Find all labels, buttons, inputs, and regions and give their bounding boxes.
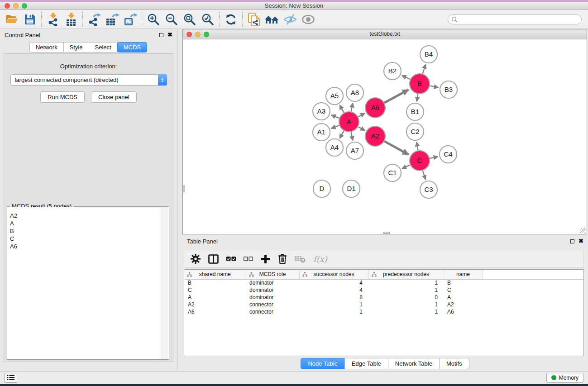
import-network-button[interactable] [44,11,62,28]
open-file-button[interactable] [3,11,21,28]
graph-node-A5[interactable]: A5 [326,87,343,105]
select-all-columns-button[interactable] [226,257,236,261]
zoom-in-button[interactable] [144,11,163,28]
table-cell[interactable]: 1 [368,301,444,308]
table-cell[interactable]: dominator [246,279,299,286]
edge-B-B2[interactable] [402,76,410,80]
table-cell[interactable]: 0 [368,294,444,301]
mcds-result-list[interactable]: A2ABCA6 [8,207,162,359]
table-cell[interactable]: 1 [299,308,368,315]
graph-node-C[interactable]: C [410,151,430,171]
edge-A-A1[interactable] [331,125,339,129]
result-scrollbar[interactable] [162,207,168,359]
edge-C-C1[interactable] [402,165,410,168]
tab-node-table[interactable]: Node Table [301,358,345,369]
float-panel-button[interactable] [159,33,163,37]
close-panel-icon-button[interactable]: ✖ [167,33,172,37]
graph-node-C2[interactable]: C2 [406,123,424,140]
table-cell[interactable]: A [444,294,483,301]
graph-node-A1[interactable]: A1 [313,124,330,141]
zoom-selected-button[interactable] [199,11,217,28]
edge-A-A8[interactable] [351,103,353,112]
task-history-button[interactable] [5,373,17,383]
add-column-button[interactable] [261,254,270,264]
float-table-panel-button[interactable] [570,239,574,243]
edge-A-A3[interactable] [331,115,339,118]
tab-network-table[interactable]: Network Table [388,358,440,369]
table-row[interactable]: Adominator80A [184,294,583,301]
network-document-button[interactable] [245,11,263,28]
graph-node-D1[interactable]: D1 [343,180,360,197]
table-cell[interactable]: B [444,279,483,286]
show-columns-button[interactable] [208,254,219,264]
graph-node-B3[interactable]: B3 [440,81,457,98]
table-cell[interactable]: C [444,286,483,294]
table-cell[interactable]: A [184,294,246,301]
graph-node-C4[interactable]: C4 [440,146,457,163]
close-network-window-button[interactable] [186,32,192,37]
tab-mcds[interactable]: MCDS [117,42,147,52]
zoom-fit-button[interactable] [181,11,199,28]
edge-C-C2[interactable] [417,142,418,151]
run-mcds-button[interactable]: Run MCDS [40,91,85,103]
export-table-button[interactable] [103,11,121,28]
minimize-window-button[interactable] [13,3,19,9]
export-image-button[interactable] [121,11,139,28]
node-table[interactable]: shared nameMCDS rolesuccessor nodesprede… [184,270,583,315]
unselect-all-columns-button[interactable] [244,257,253,261]
graph-node-A[interactable]: A [339,112,359,132]
result-item[interactable]: C [8,235,162,243]
table-cell[interactable]: 1 [368,286,444,294]
table-cell[interactable]: connector [246,301,299,308]
edge-C-C3[interactable] [423,171,425,180]
home-button[interactable] [263,11,281,28]
column-header-shared-name[interactable]: shared name [184,270,246,279]
result-item[interactable]: A [8,219,162,227]
edge-B-B4[interactable] [423,64,425,74]
graph-node-A4[interactable]: A4 [326,139,343,156]
table-cell[interactable]: 1 [368,279,444,286]
delete-columns-button[interactable] [278,253,287,264]
zoom-out-button[interactable] [163,11,181,28]
vertical-scroll-nub[interactable] [183,186,185,192]
edge-A-A4[interactable] [339,131,344,138]
table-cell[interactable]: 4 [299,279,368,286]
close-window-button[interactable] [5,3,10,9]
table-cell[interactable]: B [184,279,246,286]
import-table-button[interactable] [62,11,80,28]
table-row[interactable]: A6connector11A6 [184,308,583,315]
tab-network[interactable]: Network [29,42,64,52]
table-cell[interactable]: A2 [184,301,246,308]
edge-A6-B[interactable] [384,90,408,103]
criterion-select[interactable]: largest connected component (directed) ▲… [10,74,167,86]
graph-node-C1[interactable]: C1 [384,164,401,181]
result-item[interactable]: B [8,227,162,235]
graph-node-A7[interactable]: A7 [346,142,363,159]
table-cell[interactable]: 1 [299,301,368,308]
table-cell[interactable]: 1 [368,308,444,315]
network-graph[interactable]: B4B2BB3A8A5A6A3B1AA1C2A2A4A7C4CC1C3DD1 [183,39,587,234]
graph-node-A2[interactable]: A2 [365,126,385,146]
close-table-panel-button[interactable]: ✖ [578,239,583,243]
result-item[interactable]: A2 [8,212,162,219]
table-row[interactable]: A2connector11A2 [184,301,583,308]
result-item[interactable]: A6 [8,243,162,250]
column-header-predecessor-nodes[interactable]: predecessor nodes [368,270,444,279]
table-cell[interactable]: A6 [444,308,483,315]
graph-node-B2[interactable]: B2 [384,62,401,80]
settings-gear-button[interactable] [191,254,201,264]
graph-node-C3[interactable]: C3 [420,181,437,198]
graph-node-D[interactable]: D [313,180,330,197]
table-cell[interactable]: A2 [444,301,483,308]
export-network-button[interactable] [85,11,103,28]
function-builder-button[interactable]: f(x) [313,254,327,264]
graph-node-B[interactable]: B [410,74,430,94]
edge-A2-C[interactable] [384,141,408,154]
table-cell[interactable]: A6 [184,308,246,315]
delete-table-button[interactable] [295,255,306,263]
table-cell[interactable]: C [184,286,246,294]
edge-A-A7[interactable] [351,132,353,141]
edge-B-B1[interactable] [417,94,418,102]
tab-style[interactable]: Style [63,42,89,52]
hide-details-button[interactable] [281,11,299,28]
